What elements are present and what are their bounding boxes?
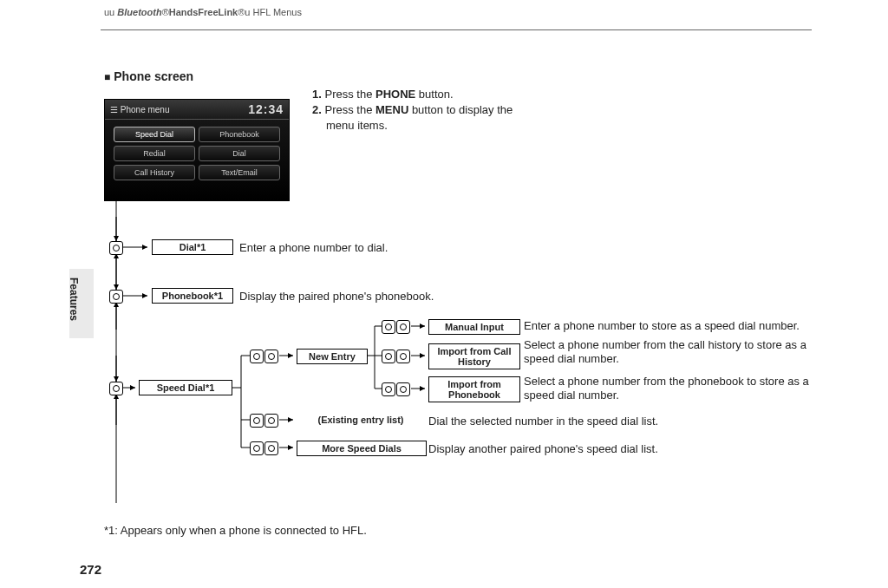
node-speed-dial: Speed Dial*1 [139, 380, 232, 395]
selector-icon [109, 290, 123, 304]
screenshot-btn: Dial [199, 146, 280, 161]
screenshot-btn: Redial [114, 146, 195, 161]
phone-screenshot: ☰ Phone menu 12:34 Speed Dial Phonebook … [104, 99, 290, 201]
node-manual-input: Manual Input [428, 319, 520, 335]
header-divider [101, 29, 812, 30]
desc-import-phonebook: Select a phone number from the phonebook… [524, 375, 819, 403]
screenshot-title: ☰ Phone menu [110, 105, 170, 114]
desc-existing: Dial the selected number in the speed di… [428, 415, 658, 428]
rotary-icon [396, 350, 410, 363]
breadcrumb: uu Bluetooth®HandsFreeLink®u HFL Menus [104, 7, 302, 17]
selector-icon [250, 350, 264, 363]
node-new-entry: New Entry [297, 349, 368, 364]
desc-more: Display another paired phone's speed dia… [428, 442, 658, 456]
rotary-icon [396, 382, 410, 396]
screenshot-btn: Text/Email [199, 165, 280, 180]
instructions: 1. Press the PHONE button. 2. Press the … [312, 87, 513, 134]
page-number: 272 [80, 562, 101, 577]
desc-dial: Enter a phone number to dial. [239, 241, 388, 255]
section-title: ■Phone screen [104, 69, 193, 83]
desc-import-call: Select a phone number from the call hist… [524, 338, 819, 367]
screenshot-btn: Phonebook [199, 127, 280, 142]
desc-phonebook: Display the paired phone's phonebook. [239, 290, 434, 304]
rotary-icon [264, 350, 278, 363]
menu-diagram: Dial*1 Phonebook*1 Speed Dial*1 New Entr… [104, 199, 815, 512]
screenshot-btn: Speed Dial [114, 127, 195, 142]
screenshot-btn: Call History [114, 165, 195, 180]
selector-icon [382, 320, 395, 334]
footnote: *1: Appears only when a phone is connect… [104, 524, 367, 537]
desc-manual-input: Enter a phone number to store as a speed… [524, 319, 819, 333]
node-import-phonebook: Import from Phonebook [428, 376, 520, 402]
side-tab-label: Features [68, 278, 80, 321]
node-more-speed-dials: More Speed Dials [297, 441, 427, 456]
screenshot-clock: 12:34 [248, 102, 284, 116]
rotary-icon [264, 441, 278, 455]
selector-icon [250, 414, 264, 428]
selector-icon [382, 350, 395, 363]
selector-icon [382, 382, 395, 396]
node-import-call: Import from Call History [428, 343, 520, 369]
rotary-icon [264, 414, 278, 428]
rotary-icon [396, 320, 410, 334]
node-dial: Dial*1 [152, 239, 233, 255]
node-existing: (Existing entry list) [297, 413, 425, 427]
node-phonebook: Phonebook*1 [152, 288, 233, 304]
selector-icon [109, 382, 123, 395]
selector-icon [109, 241, 123, 255]
selector-icon [250, 441, 264, 455]
